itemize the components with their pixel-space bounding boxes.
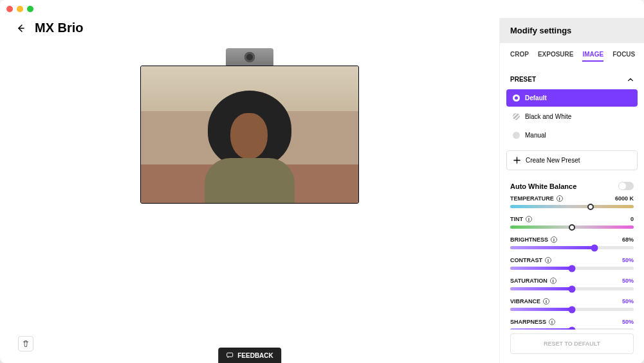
- create-preset-label: Create New Preset: [526, 157, 580, 164]
- info-icon[interactable]: i: [550, 278, 557, 284]
- preset-label: Black and White: [525, 113, 571, 120]
- info-icon[interactable]: i: [526, 216, 532, 222]
- preset-option-default[interactable]: Default: [506, 89, 638, 107]
- saturation-slider[interactable]: [510, 287, 634, 290]
- info-icon[interactable]: i: [545, 257, 551, 263]
- tab-image[interactable]: IMAGE: [582, 51, 603, 62]
- contrast-slider-label: CONTRAST: [510, 257, 542, 263]
- back-button[interactable]: [15, 23, 26, 33]
- minimize-window-button[interactable]: [17, 6, 23, 12]
- maximize-window-button[interactable]: [27, 6, 33, 12]
- preset-section-toggle[interactable]: PRESET: [500, 69, 644, 89]
- close-window-button[interactable]: [6, 6, 13, 12]
- temperature-slider[interactable]: [510, 205, 634, 208]
- sharpness-slider[interactable]: [510, 328, 634, 330]
- trash-icon: [22, 340, 30, 348]
- svg-rect-0: [227, 353, 233, 357]
- vibrance-slider-label: VIBRANCE: [510, 298, 540, 305]
- brightness-value: 68%: [622, 236, 634, 243]
- delete-button[interactable]: [18, 336, 33, 351]
- main-panel: MX Brio FEEDBACK: [0, 18, 499, 363]
- feedback-label: FEEDBACK: [237, 352, 273, 359]
- radio-unselected-icon: [513, 132, 520, 139]
- slider-thumb[interactable]: [569, 306, 576, 313]
- vibrance-value: 50%: [622, 298, 634, 305]
- slider-thumb[interactable]: [569, 285, 576, 292]
- brightness-slider-label: BRIGHTNESS: [510, 236, 548, 243]
- slider-thumb[interactable]: [569, 326, 576, 330]
- tab-focus[interactable]: FOCUS: [612, 51, 635, 62]
- brightness-slider[interactable]: [510, 246, 634, 249]
- awb-label: Auto White Balance: [510, 182, 576, 190]
- feedback-button[interactable]: FEEDBACK: [218, 348, 281, 363]
- create-preset-button[interactable]: Create New Preset: [506, 150, 638, 170]
- info-icon[interactable]: i: [549, 319, 555, 325]
- info-icon[interactable]: i: [543, 298, 549, 305]
- page-title: MX Brio: [35, 21, 84, 35]
- preset-label: Manual: [525, 132, 546, 139]
- tint-slider[interactable]: [510, 226, 634, 229]
- contrast-value: 50%: [622, 257, 634, 263]
- saturation-slider-label: SATURATION: [510, 278, 547, 284]
- sharpness-value: 50%: [622, 319, 634, 325]
- preset-option-bw[interactable]: Black and White: [506, 108, 638, 125]
- preset-option-manual[interactable]: Manual: [506, 127, 638, 144]
- slider-thumb[interactable]: [569, 265, 576, 272]
- webcam-hardware-icon: [226, 48, 273, 66]
- info-icon[interactable]: i: [557, 195, 563, 202]
- tint-value: 0: [630, 216, 634, 222]
- radio-unselected-icon: [513, 113, 520, 120]
- tab-crop[interactable]: CROP: [510, 51, 529, 62]
- window-titlebar: [0, 0, 644, 18]
- settings-panel: Modify settings CROP EXPOSURE IMAGE FOCU…: [499, 18, 644, 363]
- settings-panel-title: Modify settings: [500, 18, 644, 43]
- tab-exposure[interactable]: EXPOSURE: [538, 51, 574, 62]
- contrast-slider[interactable]: [510, 267, 634, 270]
- preset-label: Default: [525, 94, 547, 102]
- radio-selected-icon: [513, 94, 520, 102]
- slider-thumb[interactable]: [587, 204, 594, 210]
- chevron-up-icon: [627, 76, 634, 83]
- reset-to-default-button[interactable]: RESET TO DEFAULT: [510, 333, 634, 354]
- awb-toggle[interactable]: [618, 182, 634, 190]
- temperature-value: 6000 K: [615, 195, 634, 202]
- temperature-slider-label: TEMPERATURE: [510, 195, 554, 202]
- settings-tabs: CROP EXPOSURE IMAGE FOCUS: [500, 43, 644, 69]
- slider-thumb[interactable]: [591, 244, 598, 251]
- info-icon[interactable]: i: [551, 236, 557, 243]
- preset-section-label: PRESET: [510, 76, 536, 83]
- saturation-value: 50%: [622, 278, 634, 284]
- vibrance-slider[interactable]: [510, 308, 634, 311]
- plus-icon: [513, 157, 520, 164]
- camera-preview: [140, 66, 359, 204]
- chat-icon: [226, 351, 234, 359]
- arrow-left-icon: [15, 23, 26, 33]
- tint-slider-label: TINT: [510, 216, 523, 222]
- slider-thumb[interactable]: [569, 224, 575, 231]
- sharpness-slider-label: SHARPNESS: [510, 319, 546, 325]
